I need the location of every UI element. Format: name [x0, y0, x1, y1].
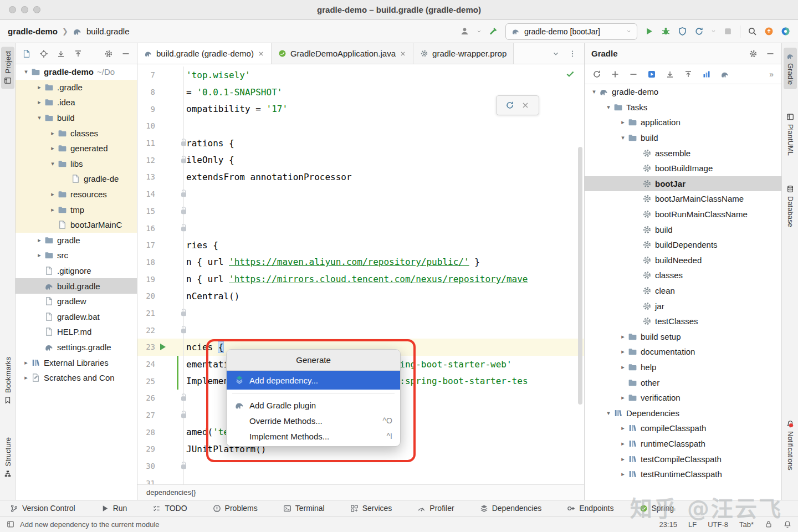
- stripe-tab-gradle[interactable]: Gradle: [784, 48, 797, 89]
- tree-chevron-icon[interactable]: ▸: [21, 359, 31, 366]
- attach-project-icon[interactable]: [611, 70, 620, 79]
- gradle-tree-item[interactable]: ▾ Dependencies: [585, 405, 781, 421]
- detach-project-icon[interactable]: [629, 70, 638, 79]
- project-tree-item[interactable]: ▸ generated: [16, 141, 137, 156]
- gutter-marker-icon[interactable]: [181, 413, 186, 418]
- encoding-widget[interactable]: UTF-8: [708, 520, 728, 529]
- code-line[interactable]: 31: [137, 475, 584, 485]
- dismiss-icon[interactable]: [521, 101, 530, 110]
- gradle-tree-item[interactable]: bootRunMainClassName: [585, 207, 781, 222]
- stripe-tab-project[interactable]: Project: [1, 47, 14, 89]
- close-button[interactable]: [9, 6, 16, 13]
- code-line[interactable]: 15: [137, 203, 584, 220]
- tree-chevron-icon[interactable]: ▾: [589, 88, 599, 95]
- tree-chevron-icon[interactable]: ▸: [618, 348, 628, 355]
- editor-breadcrumbs[interactable]: dependencies{}: [137, 484, 584, 500]
- profiler-dropdown-icon[interactable]: [711, 29, 716, 34]
- project-tree-item[interactable]: ▸ .gradle: [16, 80, 137, 95]
- profiler-run-icon[interactable]: [694, 27, 704, 36]
- code-line[interactable]: 10: [137, 117, 584, 135]
- breadcrumb-element[interactable]: dependencies{}: [146, 488, 196, 497]
- menu-item-implement-methods[interactable]: Implement Methods... ^I: [227, 428, 400, 444]
- status-layout-icon[interactable]: [7, 520, 14, 528]
- gutter-marker-icon[interactable]: [181, 158, 186, 163]
- locate-file-icon[interactable]: [39, 49, 48, 58]
- code-line[interactable]: 30: [137, 458, 584, 475]
- debug-button[interactable]: [661, 27, 671, 36]
- more-actions-chevrons-icon[interactable]: »: [769, 70, 774, 79]
- settings-gear-icon[interactable]: [749, 49, 758, 58]
- toolwindow-spring[interactable]: Spring: [640, 504, 674, 513]
- code-line[interactable]: 18n { url 'https://maven.aliyun.com/repo…: [137, 254, 584, 271]
- coverage-shield-icon[interactable]: [678, 27, 687, 36]
- gutter-marker-icon[interactable]: [181, 464, 186, 469]
- settings-gear-icon[interactable]: [104, 49, 113, 58]
- project-tree-item[interactable]: build.gradle: [16, 278, 137, 294]
- gutter-marker-icon[interactable]: [181, 209, 186, 214]
- tree-chevron-icon[interactable]: ▸: [618, 364, 628, 371]
- run-button[interactable]: [644, 27, 654, 36]
- tree-chevron-icon[interactable]: ▸: [21, 374, 31, 381]
- expand-all-icon[interactable]: [57, 49, 65, 58]
- tree-chevron-icon[interactable]: ▸: [34, 99, 44, 106]
- gradle-tree-item[interactable]: bootBuildImage: [585, 161, 781, 176]
- update-available-icon[interactable]: [764, 27, 774, 36]
- gradle-tree-item[interactable]: ▸ help: [585, 360, 781, 375]
- gradle-tree-item[interactable]: assemble: [585, 145, 781, 161]
- gradle-tree-item[interactable]: ▸ testRuntimeClasspath: [585, 467, 781, 482]
- menu-item-override-methods[interactable]: Override Methods... ^O: [227, 413, 400, 428]
- gradle-settings-icon[interactable]: [720, 70, 729, 79]
- code-editor[interactable]: 7'top.wisely'8= '0.0.1-SNAPSHOT'9ompatib…: [137, 64, 584, 484]
- run-configuration-select[interactable]: gradle-demo [bootJar]: [505, 23, 637, 40]
- gradle-tree-item[interactable]: ▸ application: [585, 115, 781, 130]
- gradle-tree-item[interactable]: bootJar: [585, 176, 781, 192]
- tree-chevron-icon[interactable]: ▾: [603, 410, 613, 417]
- tree-chevron-icon[interactable]: ▸: [48, 130, 58, 137]
- gutter-marker-icon[interactable]: [181, 311, 186, 316]
- gradle-tree-item[interactable]: ▸ documentation: [585, 344, 781, 360]
- tree-chevron-icon[interactable]: ▾: [618, 134, 628, 141]
- tree-chevron-icon[interactable]: ▸: [48, 191, 58, 198]
- line-ending-widget[interactable]: LF: [688, 520, 697, 529]
- tree-chevron-icon[interactable]: ▸: [48, 145, 58, 152]
- gradle-tree-item[interactable]: ▾ gradle-demo: [585, 84, 781, 100]
- gutter-marker-icon[interactable]: [181, 141, 186, 146]
- gradle-tree-item[interactable]: ▾ build: [585, 130, 781, 146]
- opened-file-icon[interactable]: [22, 49, 31, 58]
- tab-build-gradle[interactable]: build.gradle (gradle-demo): [137, 43, 272, 64]
- close-tab-icon[interactable]: [258, 50, 264, 57]
- tree-chevron-icon[interactable]: ▸: [48, 206, 58, 213]
- gradle-tree-item[interactable]: ▸ compileClasspath: [585, 421, 781, 436]
- notifications-bell-icon[interactable]: [784, 520, 791, 528]
- tree-chevron-icon[interactable]: ▸: [34, 252, 44, 259]
- zoom-button[interactable]: [33, 6, 40, 13]
- tree-chevron-icon[interactable]: ▾: [603, 104, 613, 111]
- tree-chevron-icon[interactable]: ▸: [618, 440, 628, 447]
- gradle-tree-item[interactable]: buildNeeded: [585, 253, 781, 268]
- project-tree-item[interactable]: gradle-de: [16, 171, 137, 187]
- toolwindow-profiler[interactable]: Profiler: [417, 504, 454, 513]
- gradle-tree-item[interactable]: classes: [585, 268, 781, 283]
- editor-scrollbar[interactable]: [578, 147, 582, 405]
- gutter-marker-icon[interactable]: [181, 397, 186, 401]
- toolwindow-dependencies[interactable]: Dependencies: [480, 504, 542, 513]
- stripe-tab-structure[interactable]: Structure: [1, 433, 14, 482]
- expand-all-icon[interactable]: [666, 70, 674, 79]
- gradle-tree-item[interactable]: build: [585, 222, 781, 237]
- tree-chevron-icon[interactable]: ▸: [618, 333, 628, 340]
- toolwindow-todo[interactable]: TODO: [152, 504, 187, 513]
- gutter-marker-icon[interactable]: [181, 329, 186, 333]
- toolwindow-endpoints[interactable]: Endpoints: [567, 504, 613, 513]
- toolwindow-run[interactable]: Run: [101, 504, 127, 513]
- project-tree-item[interactable]: ▾ libs: [16, 156, 137, 172]
- reload-gradle-projects-icon[interactable]: [592, 70, 601, 79]
- build-hammer-icon[interactable]: [489, 27, 498, 36]
- project-tree-item[interactable]: ▸ tmp: [16, 202, 137, 217]
- gradle-tree-item[interactable]: clean: [585, 283, 781, 299]
- gutter-marker-icon[interactable]: [181, 192, 186, 197]
- project-tree-item[interactable]: HELP.md: [16, 324, 137, 340]
- hidden-tabs-chevron-icon[interactable]: [552, 50, 560, 58]
- project-tree-item[interactable]: ▸ gradle: [16, 233, 137, 248]
- menu-item-add-dependency[interactable]: Add dependency...: [227, 371, 400, 390]
- stripe-tab-notifications[interactable]: Notifications: [784, 416, 797, 475]
